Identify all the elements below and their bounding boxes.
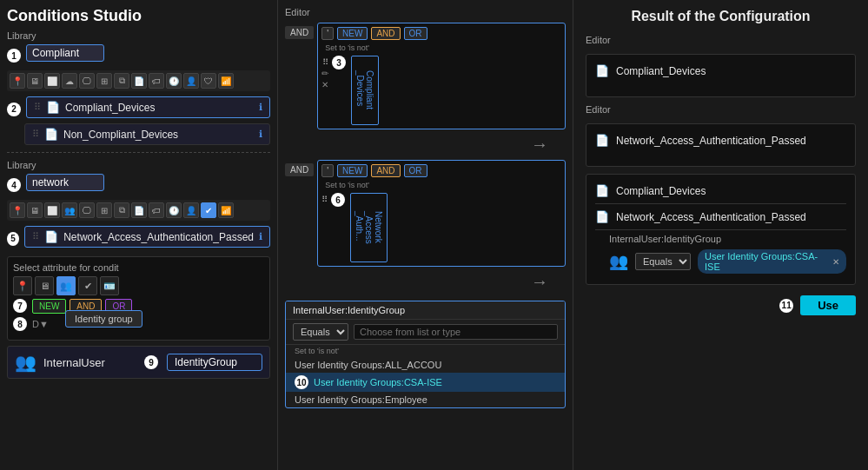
attr-select-area: Select attribute for condit 📍 🖥 👥 ✔ 🪪 7 … <box>7 256 270 341</box>
tag-icon-btn[interactable]: 🏷 <box>149 73 164 89</box>
step-2: 2 <box>7 103 21 116</box>
step-3-mid: 3 <box>332 56 346 70</box>
step-7: 7 <box>13 299 27 313</box>
square-icon-btn[interactable]: ⬜ <box>44 73 60 89</box>
attr-id-btn[interactable]: 🪪 <box>100 276 119 295</box>
drag-handle-2: ⠿ <box>32 129 39 140</box>
grd2-icon-btn[interactable]: ⊞ <box>96 202 112 218</box>
non-compliant-devices-item[interactable]: ⠿ 📄 Non_Compliant_Devices ℹ <box>24 123 270 145</box>
identity-group-dropdown: InternalUser:IdentityGroup Equals Set to… <box>285 301 566 408</box>
icon-toolbar-1: 📍 🖥 ⬜ ☁ 🖵 ⊞ ⧉ 📄 🏷 🕐 👤 🛡 📶 <box>7 70 270 91</box>
right-panel: Result of the Configuration Editor 📄 Com… <box>573 0 868 470</box>
set-isnot-1: Set to 'is not' <box>325 43 561 52</box>
attr-icon-toolbar: 📍 🖥 👥 ✔ 🪪 <box>13 276 264 295</box>
info-icon-2[interactable]: ℹ <box>259 129 262 140</box>
cp2-icon-btn[interactable]: ⧉ <box>114 202 129 218</box>
dropdown-option-1[interactable]: 10 User Identity Groups:CSA-ISE <box>286 373 565 392</box>
result-item-4: 📄 Network_Access_Authentication_Passed <box>595 208 846 226</box>
attr-mon-btn[interactable]: 🖥 <box>35 276 54 295</box>
chip-close-icon[interactable]: ✕ <box>832 257 839 267</box>
compliant-vertical-text: Compliant_Devices <box>351 56 379 125</box>
chk2-icon-btn[interactable]: ✔ <box>201 202 216 218</box>
loc2-icon-btn[interactable]: 📍 <box>10 202 25 218</box>
step-8: 8 <box>13 317 27 331</box>
step-10: 10 <box>295 375 308 389</box>
quote-tag-1: ' <box>321 27 334 40</box>
result-identity-section: InternalUser:IdentityGroup 👥 Equals User… <box>609 234 846 277</box>
usr2-icon-btn[interactable]: 👤 <box>183 202 199 218</box>
copy-icon-btn[interactable]: ⧉ <box>114 73 129 89</box>
and-label-2: AND <box>285 163 314 176</box>
clock-icon-btn[interactable]: 🕐 <box>166 73 182 89</box>
result-identity-group-label: InternalUser:IdentityGroup <box>609 234 846 244</box>
result-sep-2 <box>595 229 846 230</box>
doc-icon-1: 📄 <box>46 101 60 114</box>
attr-chk-btn[interactable]: ✔ <box>78 276 97 295</box>
monitor-icon-btn[interactable]: 🖥 <box>27 73 43 89</box>
display2-icon-btn[interactable]: 🖵 <box>79 73 95 89</box>
result-item-2-text: Network_Access_Authentication_Passed <box>616 135 806 147</box>
use-button[interactable]: Use <box>800 295 856 315</box>
attr-loc-btn[interactable]: 📍 <box>13 276 32 295</box>
dropdown-option-0[interactable]: User Identity Groups:ALL_ACCOU <box>286 357 565 373</box>
info-icon-1[interactable]: ℹ <box>259 102 262 113</box>
type-input[interactable] <box>354 324 558 340</box>
identity-group-value[interactable]: IdentityGroup <box>167 354 262 371</box>
doc-icon-2: 📄 <box>44 128 58 141</box>
search-input-2[interactable] <box>26 174 104 191</box>
network-vertical-text: Network_Access_Auth... <box>350 193 388 262</box>
location-icon-btn[interactable]: 📍 <box>10 73 25 89</box>
internal-user-label: InternalUser <box>43 356 137 369</box>
and-tag-1[interactable]: AND <box>371 27 400 40</box>
quote-tag-2: ' <box>321 164 334 177</box>
fl2-icon-btn[interactable]: 📄 <box>131 202 147 218</box>
identity-row: 👥 InternalUser 9 IdentityGroup <box>15 352 262 373</box>
editor-box-2: ' NEW AND OR Set to 'is not' ⠿ 6 Network… <box>317 160 566 267</box>
dropdown-select-row: Equals <box>286 320 565 345</box>
shield-icon-btn[interactable]: 🛡 <box>201 73 216 89</box>
result-equals-select[interactable]: Equals <box>635 253 691 270</box>
result-editor-label-2: Editor <box>586 104 856 115</box>
attr-label: Select attribute for condit <box>13 262 264 273</box>
or-tag-2[interactable]: OR <box>404 164 427 177</box>
doc-icon-3: 📄 <box>44 230 58 243</box>
dis2-icon-btn[interactable]: 🖵 <box>79 202 95 218</box>
attr-ppl-btn[interactable]: 👥 <box>56 276 76 295</box>
dropdown-option-2[interactable]: User Identity Groups:Employee <box>286 392 565 407</box>
arrow-right-1: → <box>531 135 548 155</box>
result-sep-1 <box>595 203 846 204</box>
file-icon-btn[interactable]: 📄 <box>131 73 147 89</box>
clk2-icon-btn[interactable]: 🕐 <box>166 202 182 218</box>
tg2-icon-btn[interactable]: 🏷 <box>149 202 164 218</box>
non-compliant-devices-label: Non_Compliant_Devices <box>63 129 254 141</box>
wifi-icon-btn[interactable]: 📶 <box>218 73 234 89</box>
sq2-icon-btn[interactable]: ⬜ <box>44 202 60 218</box>
search-input-1[interactable] <box>26 44 104 62</box>
or-tag-1[interactable]: OR <box>404 27 427 40</box>
dropdown-option-1-text: User Identity Groups:CSA-ISE <box>314 377 442 387</box>
result-editor-box-1: 📄 Compliant_Devices <box>586 54 856 97</box>
grid-icon-btn[interactable]: ⊞ <box>96 73 112 89</box>
new-tag-2[interactable]: NEW <box>337 164 368 177</box>
mon2-icon-btn[interactable]: 🖥 <box>27 202 43 218</box>
and-tag-2[interactable]: AND <box>371 164 400 177</box>
library-label-1: Library <box>7 30 270 41</box>
compliant-devices-item[interactable]: ⠿ 📄 Compliant_Devices ℹ <box>26 96 270 118</box>
user-icon-btn[interactable]: 👤 <box>183 73 199 89</box>
ppl-icon-btn[interactable]: 👥 <box>62 202 77 218</box>
info-icon-3[interactable]: ℹ <box>259 231 262 242</box>
result-chip-text: User Identity Groups:CSA-ISE <box>705 251 830 272</box>
new-tag-1[interactable]: NEW <box>337 27 368 40</box>
arrow-right-2: → <box>531 272 548 292</box>
wf2-icon-btn[interactable]: 📶 <box>218 202 234 218</box>
identity-group-tooltip: Identity group <box>65 310 142 328</box>
result-item-3-text: Compliant_Devices <box>616 185 706 197</box>
cloud-icon-btn[interactable]: ☁ <box>62 73 77 89</box>
equals-select[interactable]: Equals <box>293 323 348 341</box>
result-editor-label-1: Editor <box>586 35 856 45</box>
drag-label: D▼ <box>32 319 49 329</box>
new-btn[interactable]: NEW <box>32 299 66 314</box>
result-item-2: 📄 Network_Access_Authentication_Passed <box>595 131 846 149</box>
network-auth-item[interactable]: ⠿ 📄 Network_Access_Authentication_Passed… <box>24 226 270 248</box>
set-isnot-2: Set to 'is not' <box>325 181 561 189</box>
